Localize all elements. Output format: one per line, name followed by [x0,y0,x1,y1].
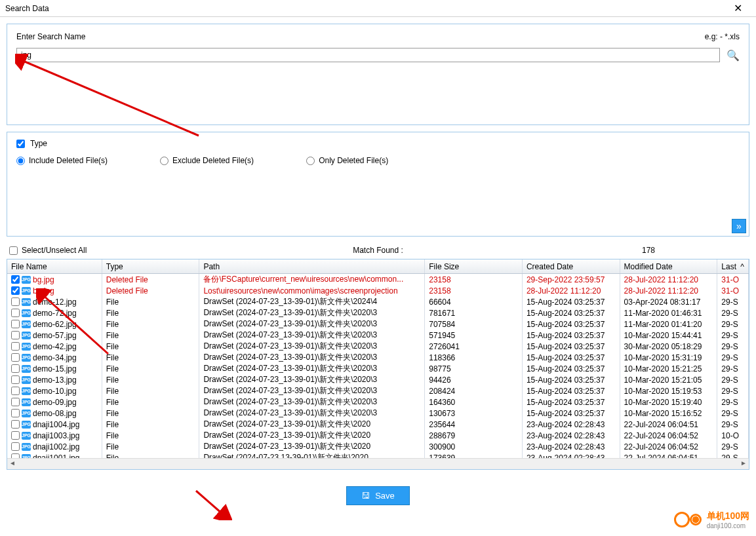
table-body[interactable]: JPGbg.jpgDeleted File备份\FSCapture\curren… [7,274,749,459]
last-col: 29-S [717,396,749,408]
match-count: 178 [550,246,747,255]
jpg-icon: JPG [22,387,31,395]
created-date: 23-Aug-2024 02:28:43 [523,419,620,430]
col-last[interactable]: Last^ [717,259,749,273]
select-all-label: Select/Unselect All [22,246,87,255]
table-row[interactable]: JPGbg.jpgDeleted FileLost\uiresources\ne… [7,285,749,296]
file-type: File [102,363,200,374]
table-row[interactable]: JPGdemo-10.jpgFileDrawSet (2024-07-23_13… [7,385,749,396]
search-icon[interactable]: 🔍 [726,48,740,62]
col-filename[interactable]: File Name [7,259,102,273]
radio-exclude[interactable]: Exclude Deleted File(s) [160,156,254,165]
table-row[interactable]: JPGdemo-34.jpgFileDrawSet (2024-07-23_13… [7,352,749,363]
table-row[interactable]: JPGbg.jpgDeleted File备份\FSCapture\curren… [7,274,749,285]
last-col: 10-O [717,430,749,441]
table-row[interactable]: JPGdemo-08.jpgFileDrawSet (2024-07-23_13… [7,408,749,419]
table-row[interactable]: JPGdemo-72.jpgFileDrawSet (2024-07-23_13… [7,307,749,318]
row-checkbox[interactable] [11,398,20,406]
jpg-icon: JPG [22,365,31,373]
select-all-checkbox[interactable] [9,246,18,255]
table-row[interactable]: JPGdemo-15.jpgFileDrawSet (2024-07-23_13… [7,363,749,374]
file-path: DrawSet (2024-07-23_13-39-01)\新文件夹\2020\… [199,385,425,396]
next-button[interactable]: » [732,219,746,233]
jpg-icon: JPG [22,320,31,328]
type-checkbox[interactable] [16,140,25,148]
radio-only[interactable]: Only Deleted File(s) [306,156,388,165]
table-row[interactable]: JPGdemo-12.jpgFileDrawSet (2024-07-23_13… [7,296,749,307]
table-row[interactable]: JPGdemo-57.jpgFileDrawSet (2024-07-23_13… [7,330,749,341]
file-type: File [102,330,200,341]
row-checkbox[interactable] [11,297,20,306]
row-checkbox[interactable] [11,309,20,317]
file-path: DrawSet (2024-07-23_13-39-01)\新文件夹\2020 [199,419,425,430]
jpg-icon: JPG [22,309,31,317]
table-row[interactable]: JPGdnaji1004.jpgFileDrawSet (2024-07-23_… [7,419,749,430]
table-row[interactable]: JPGdemo-09.jpgFileDrawSet (2024-07-23_13… [7,396,749,408]
file-type: File [102,441,200,452]
table-row[interactable]: JPGdnaji1002.jpgFileDrawSet (2024-07-23_… [7,441,749,452]
file-size: 781671 [425,307,523,318]
last-col: 29-S [717,330,749,341]
row-checkbox[interactable] [11,342,20,351]
jpg-icon: JPG [22,354,31,362]
file-size: 2726041 [425,341,523,352]
row-checkbox[interactable] [11,420,20,429]
last-col: 29-S [717,441,749,452]
col-path[interactable]: Path [199,259,425,273]
row-checkbox[interactable] [11,409,20,417]
file-name: demo-09.jpg [33,398,77,407]
row-checkbox[interactable] [11,364,20,373]
last-col: 29-S [717,352,749,363]
row-checkbox[interactable] [11,442,20,451]
row-checkbox[interactable] [11,331,20,339]
jpg-icon: JPG [22,332,31,339]
row-checkbox[interactable] [11,375,20,384]
last-col: 31-O [717,274,749,285]
file-path: DrawSet (2024-07-23_13-39-01)\新文件夹\2020\… [199,318,425,330]
table-row[interactable]: JPGdemo-42.jpgFileDrawSet (2024-07-23_13… [7,341,749,352]
last-col: 31-O [717,285,749,296]
table-row[interactable]: JPGdnaji1003.jpgFileDrawSet (2024-07-23_… [7,430,749,441]
created-date: 23-Aug-2024 02:28:43 [523,441,620,452]
row-checkbox[interactable] [11,353,20,362]
file-size: 208424 [425,385,523,396]
table-row[interactable]: JPGdemo-13.jpgFileDrawSet (2024-07-23_13… [7,374,749,385]
save-icon: 🖫 [361,491,370,501]
status-row: Select/Unselect All Match Found : 178 [0,242,756,259]
file-type: File [102,408,200,419]
col-filesize[interactable]: File Size [425,259,523,273]
modified-date: 10-Mar-2020 15:21:05 [620,374,718,385]
titlebar: Search Data ✕ [0,0,756,17]
file-path: DrawSet (2024-07-23_13-39-01)\新文件夹\2020 [199,441,425,452]
row-checkbox[interactable] [11,320,20,328]
created-date: 15-Aug-2024 03:25:37 [523,408,620,419]
file-size: 164360 [425,396,523,408]
col-type[interactable]: Type [102,259,200,273]
horizontal-scrollbar[interactable] [7,458,749,469]
table-row[interactable]: JPGdemo-62.jpgFileDrawSet (2024-07-23_13… [7,318,749,330]
file-name: bg.jpg [33,275,54,284]
row-checkbox[interactable] [11,431,20,440]
modified-date: 10-Mar-2020 15:44:41 [620,330,718,341]
col-modified[interactable]: Modified Date [620,259,718,273]
search-input[interactable] [16,48,720,62]
watermark: 单机100网danji100.com [674,510,749,529]
file-size: 571945 [425,330,523,341]
radio-include[interactable]: Include Deleted File(s) [16,156,108,165]
row-checkbox[interactable] [11,286,20,295]
file-name: demo-72.jpg [33,309,77,318]
file-type: File [102,341,200,352]
row-checkbox[interactable] [11,275,20,284]
file-type: File [102,352,200,363]
file-type: File [102,430,200,441]
close-icon[interactable]: ✕ [725,2,751,14]
save-button[interactable]: 🖫Save [346,486,410,505]
created-date: 23-Aug-2024 02:28:43 [523,430,620,441]
jpg-icon: JPG [22,343,31,351]
jpg-icon: JPG [22,276,31,284]
jpg-icon: JPG [22,421,31,429]
watermark-logo [674,510,703,529]
row-checkbox[interactable] [11,387,20,395]
col-created[interactable]: Created Date [523,259,620,273]
jpg-icon: JPG [22,287,31,295]
